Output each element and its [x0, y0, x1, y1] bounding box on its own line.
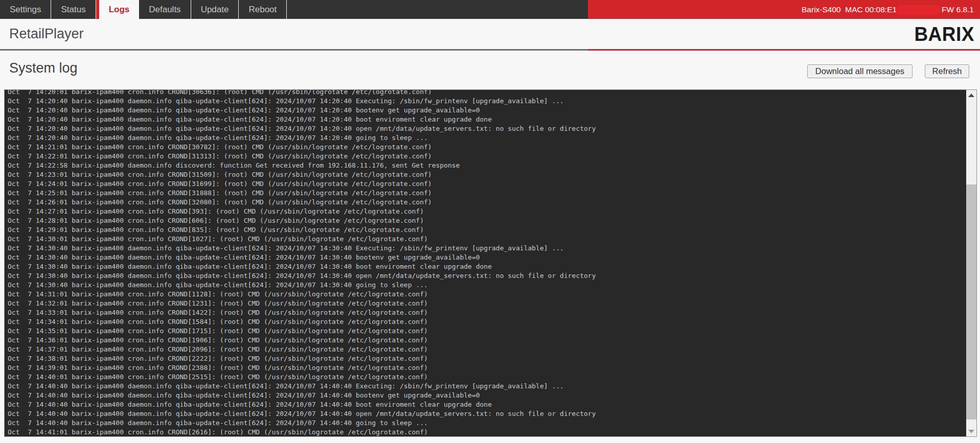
- nav-tabs: SettingsStatusLogsDefaultsUpdateReboot: [0, 0, 287, 19]
- tab-label: Reboot: [248, 5, 277, 15]
- tab-defaults[interactable]: Defaults: [139, 0, 191, 19]
- tab-reboot[interactable]: Reboot: [239, 0, 287, 19]
- header-divider-gray: [0, 49, 588, 51]
- scroll-up-icon: [968, 94, 974, 97]
- refresh-button[interactable]: Refresh: [925, 64, 969, 78]
- tab-label: Logs: [109, 5, 130, 15]
- tab-label: Defaults: [149, 5, 180, 15]
- tab-settings[interactable]: Settings: [0, 0, 51, 19]
- mac-redaction: [896, 5, 941, 15]
- top-nav: SettingsStatusLogsDefaultsUpdateReboot B…: [0, 0, 980, 19]
- download-all-messages-button[interactable]: Download all messages: [807, 64, 913, 78]
- header-divider: [0, 49, 980, 51]
- log-content: Oct 7 14:20:01 barix-ipam400 cron.info C…: [5, 89, 976, 437]
- tab-label: Update: [201, 5, 229, 15]
- system-log-textarea[interactable]: Oct 7 14:20:01 barix-ipam400 cron.info C…: [4, 89, 977, 437]
- device-model-mac: Barix-S400 MAC 00:08:E1: [802, 5, 897, 14]
- tab-label: Settings: [10, 5, 41, 15]
- app-title: RetailPlayer: [9, 19, 84, 49]
- tab-update[interactable]: Update: [191, 0, 239, 19]
- scroll-down-button[interactable]: [966, 426, 976, 436]
- barix-logo: BARIX: [914, 18, 974, 50]
- scrollbar-thumb[interactable]: [966, 184, 976, 419]
- log-scrollbar[interactable]: [966, 90, 976, 436]
- scroll-down-icon: [968, 430, 974, 433]
- firmware-version: FW 6.8.1: [942, 5, 974, 14]
- tab-status[interactable]: Status: [51, 0, 96, 19]
- header-divider-red: [588, 49, 980, 51]
- tab-logs[interactable]: Logs: [96, 0, 140, 19]
- scroll-up-button[interactable]: [966, 90, 976, 100]
- tab-label: Status: [61, 5, 85, 15]
- device-info-bar: Barix-S400 MAC 00:08:E1FW 6.8.1: [802, 0, 974, 19]
- page-title: System log: [9, 60, 78, 76]
- header: RetailPlayer BARIX: [0, 19, 980, 49]
